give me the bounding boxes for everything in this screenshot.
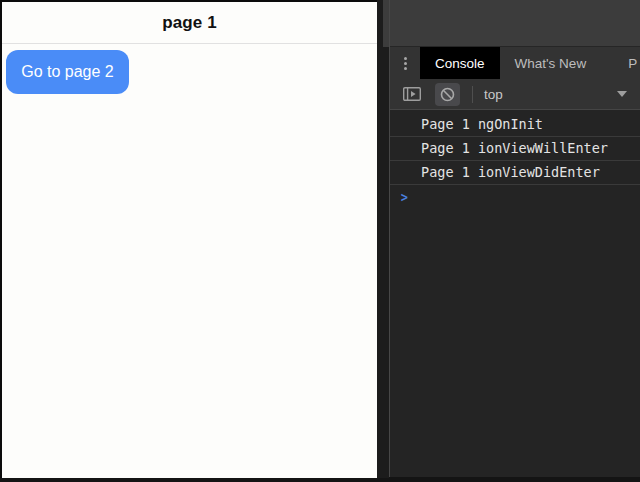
console-log-area: Page 1 ngOnInit Page 1 ionViewWillEnter …	[390, 110, 640, 477]
app-preview-panel: page 1 Go to page 2	[0, 0, 377, 478]
console-message: Page 1 ionViewDidEnter	[390, 161, 640, 185]
app-header: page 1	[2, 2, 377, 44]
console-prompt-input[interactable]: >	[390, 185, 640, 209]
prompt-chevron-icon: >	[401, 190, 408, 204]
console-message: Page 1 ionViewWillEnter	[390, 137, 640, 161]
console-sidebar-icon	[403, 87, 421, 101]
page-title: page 1	[162, 13, 216, 33]
window-gap-strip	[377, 0, 389, 478]
console-message: Page 1 ngOnInit	[390, 113, 640, 137]
dropdown-arrow-icon[interactable]	[617, 91, 627, 97]
clear-console-button[interactable]	[435, 83, 460, 106]
ban-icon	[440, 87, 455, 102]
devtools-tab-bar: Console What's New P	[390, 47, 640, 79]
tab-whats-new[interactable]: What's New	[500, 47, 602, 79]
toolbar-divider	[472, 86, 473, 103]
frame-context-selector[interactable]: top	[484, 87, 503, 102]
devtools-top-strip	[390, 0, 640, 47]
devtools-panel: Console What's New P top	[389, 0, 640, 477]
tab-partial[interactable]: P	[613, 47, 637, 79]
console-toolbar: top	[390, 79, 640, 110]
app-content: Go to page 2	[2, 44, 377, 478]
go-to-page-2-button[interactable]: Go to page 2	[6, 50, 129, 94]
kebab-menu-icon[interactable]	[390, 47, 420, 79]
tab-console[interactable]: Console	[420, 47, 500, 79]
console-sidebar-toggle-button[interactable]	[398, 83, 426, 105]
